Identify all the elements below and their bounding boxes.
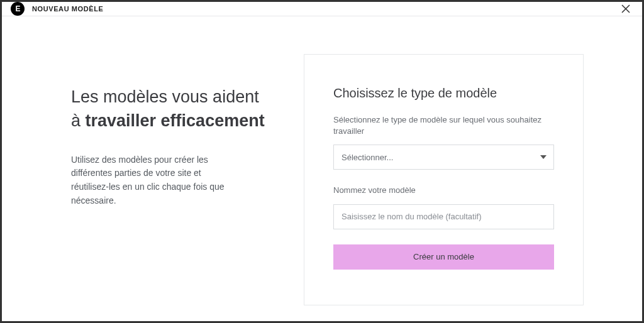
info-heading: Les modèles vous aident à travailler eff… [71, 85, 266, 133]
modal-title: NOUVEAU MODÈLE [32, 5, 104, 13]
modal-content: Les modèles vous aident à travailler eff… [2, 16, 642, 321]
close-icon [621, 4, 630, 13]
heading-bold: travailler efficacement [86, 111, 265, 130]
template-type-select[interactable]: Sélectionner... [333, 145, 554, 170]
info-column: Les modèles vous aident à travailler eff… [71, 54, 266, 305]
form-card: Choisissez le type de modèle Sélectionne… [304, 54, 584, 305]
form-title: Choisissez le type de modèle [333, 86, 554, 101]
close-button[interactable] [618, 2, 633, 16]
modal-header: E NOUVEAU MODÈLE [2, 2, 642, 16]
template-name-input[interactable] [333, 204, 554, 229]
elementor-logo-icon: E [11, 2, 25, 16]
template-type-select-wrap: Sélectionner... [333, 145, 554, 170]
modal-window: E NOUVEAU MODÈLE Les modèles vous aident… [2, 2, 642, 321]
logo-text: E [15, 4, 19, 13]
template-type-label: Sélectionnez le type de modèle sur leque… [333, 114, 554, 137]
create-template-button[interactable]: Créer un modèle [333, 244, 554, 270]
template-name-label: Nommez votre modèle [333, 185, 554, 196]
info-description: Utilisez des modèles pour créer les diff… [71, 153, 235, 208]
